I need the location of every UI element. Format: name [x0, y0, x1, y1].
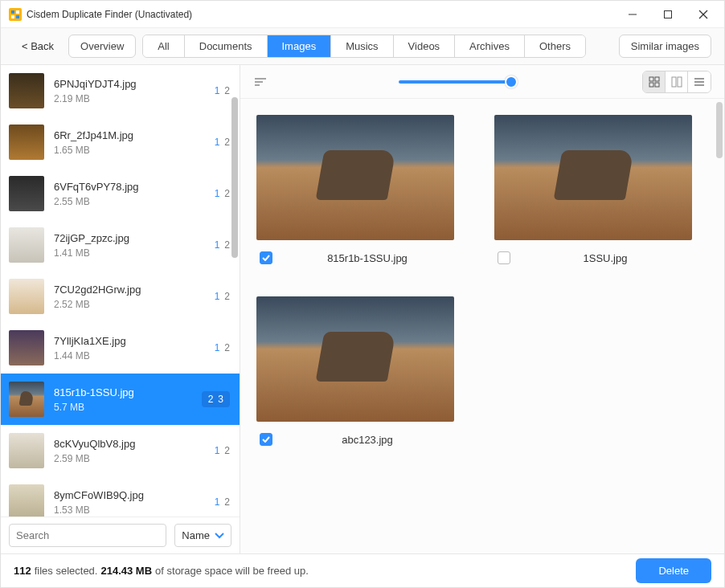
badge-selected-count: 1	[215, 342, 220, 353]
view-columns-button[interactable]	[666, 71, 688, 92]
badge-selected-count: 2	[208, 394, 214, 405]
file-size: 1.53 MB	[54, 504, 205, 516]
badge-total-count: 2	[224, 445, 230, 456]
file-meta: 6VFqT6vPY78.jpg 2.55 MB	[54, 181, 205, 207]
card-image	[494, 115, 692, 240]
list-item[interactable]: 6PNJqiYDJT4.jpg 2.19 MB 1 2	[1, 65, 240, 116]
duplicate-badges: 2 3	[202, 391, 230, 407]
svg-rect-2	[16, 10, 19, 14]
svg-rect-16	[672, 77, 676, 87]
list-item[interactable]: 7YlljKIa1XE.jpg 1.44 MB 1 2	[1, 322, 240, 374]
svg-rect-4	[16, 15, 19, 18]
tab-documents[interactable]: Documents	[185, 35, 268, 57]
statusbar: 112 files selected. 214.43 MB of storage…	[1, 553, 724, 587]
duplicate-badges: 1 2	[215, 496, 230, 508]
duplicate-badges: 1 2	[215, 137, 230, 148]
list-item[interactable]: 6Rr_2fJp41M.jpg 1.65 MB 1 2	[1, 116, 240, 168]
svg-rect-0	[9, 8, 22, 21]
svg-rect-3	[11, 15, 14, 18]
tab-musics[interactable]: Musics	[331, 35, 393, 57]
file-name: 815r1b-1SSU.jpg	[54, 386, 192, 398]
file-name: 7CU2gd2HGrw.jpg	[54, 284, 205, 296]
delete-button[interactable]: Delete	[636, 558, 711, 583]
overview-button[interactable]: Overview	[68, 35, 136, 58]
file-meta: 72ijGP_zpzc.jpg 1.41 MB	[54, 232, 205, 259]
list-item[interactable]: 7CU2gd2HGrw.jpg 2.52 MB 1 2	[1, 271, 240, 322]
thumbnail-card[interactable]: 1SSU.jpg	[494, 115, 692, 264]
content-scrollbar-thumb[interactable]	[716, 102, 723, 158]
sort-icon[interactable]	[253, 76, 268, 88]
badge-selected-count: 1	[215, 291, 220, 302]
svg-rect-17	[678, 77, 682, 87]
badge-selected-count: 1	[215, 188, 220, 199]
card-footer: 815r1b-1SSU.jpg	[256, 251, 454, 264]
file-size: 1.65 MB	[54, 145, 205, 156]
thumbnail-card[interactable]: 815r1b-1SSU.jpg	[256, 115, 454, 264]
file-list[interactable]: 6PNJqiYDJT4.jpg 2.19 MB 1 2 6Rr_2fJp41M.…	[1, 65, 240, 517]
file-meta: 815r1b-1SSU.jpg 5.7 MB	[54, 386, 192, 413]
tab-others[interactable]: Others	[525, 35, 585, 57]
view-list-button[interactable]	[688, 71, 711, 92]
list-item[interactable]: 6VFqT6vPY78.jpg 2.55 MB 1 2	[1, 168, 240, 219]
file-thumbnail	[9, 176, 44, 211]
file-meta: 6PNJqiYDJT4.jpg 2.19 MB	[54, 78, 205, 104]
file-thumbnail	[9, 484, 44, 517]
app-icon	[9, 8, 22, 21]
badge-total-count: 2	[224, 342, 230, 353]
selected-count: 112	[14, 565, 31, 577]
badge-total-count: 2	[224, 496, 230, 508]
selected-count-suffix: files selected.	[35, 565, 98, 577]
list-item[interactable]: 8cKVyuQlbV8.jpg 2.59 MB 1 2	[1, 425, 240, 476]
thumbnail-card[interactable]: abc123.jpg	[256, 296, 454, 446]
sort-select[interactable]: Name	[174, 524, 231, 547]
back-button[interactable]: < Back	[14, 35, 62, 57]
tab-archives[interactable]: Archives	[455, 35, 525, 57]
thumbnail-grid[interactable]: 815r1b-1SSU.jpg 1SSU.jpg abc123.jpg	[240, 99, 724, 553]
window-title: Cisdem Duplicate Finder (Unactivated)	[27, 9, 615, 20]
tab-videos[interactable]: Videos	[394, 35, 456, 57]
close-button[interactable]	[686, 1, 721, 28]
checkbox[interactable]	[260, 433, 272, 446]
tab-all[interactable]: All	[143, 35, 184, 57]
file-thumbnail	[9, 227, 44, 263]
freed-size-suffix: of storage space will be freed up.	[155, 565, 309, 577]
card-image	[256, 296, 454, 422]
tab-images[interactable]: Images	[268, 35, 332, 57]
svg-rect-6	[665, 10, 672, 18]
similar-images-button[interactable]: Similar images	[619, 35, 711, 58]
minimize-button[interactable]	[615, 1, 650, 28]
list-item[interactable]: 815r1b-1SSU.jpg 5.7 MB 2 3	[1, 374, 240, 425]
badge-selected-count: 1	[215, 445, 220, 456]
duplicate-badges: 1 2	[215, 239, 230, 251]
sidebar-controls: Name	[1, 517, 240, 553]
list-item[interactable]: 72ijGP_zpzc.jpg 1.41 MB 1 2	[1, 219, 240, 271]
toolbar: < Back Overview AllDocumentsImagesMusics…	[1, 28, 724, 65]
main: 6PNJqiYDJT4.jpg 2.19 MB 1 2 6Rr_2fJp41M.…	[1, 65, 724, 553]
list-item[interactable]: 8ymCFoWIB9Q.jpg 1.53 MB 1 2	[1, 476, 240, 517]
badge-total-count: 2	[224, 291, 230, 302]
svg-rect-12	[649, 77, 653, 81]
checkbox[interactable]	[498, 251, 510, 264]
file-size: 5.7 MB	[54, 402, 192, 413]
card-footer: abc123.jpg	[256, 433, 454, 446]
badge-total-count: 2	[224, 239, 230, 251]
svg-rect-14	[649, 83, 653, 87]
file-thumbnail	[9, 330, 44, 365]
badge-selected-count: 1	[215, 85, 220, 96]
file-thumbnail	[9, 382, 44, 417]
scrollbar-thumb[interactable]	[231, 97, 238, 258]
thumbnail-size-slider[interactable]	[276, 80, 634, 84]
card-filename: 1SSU.jpg	[522, 252, 689, 264]
file-name: 72ijGP_zpzc.jpg	[54, 232, 205, 244]
checkbox[interactable]	[260, 251, 272, 264]
maximize-button[interactable]	[650, 1, 686, 28]
file-name: 6VFqT6vPY78.jpg	[54, 181, 205, 193]
duplicate-badges: 1 2	[215, 445, 230, 456]
duplicate-badges: 1 2	[215, 342, 230, 353]
search-input[interactable]	[9, 524, 166, 547]
titlebar: Cisdem Duplicate Finder (Unactivated)	[1, 1, 724, 28]
duplicate-badges: 1 2	[215, 85, 230, 96]
freed-size: 214.43 MB	[100, 565, 152, 577]
view-grid-button[interactable]	[643, 71, 666, 92]
file-name: 7YlljKIa1XE.jpg	[54, 335, 205, 347]
